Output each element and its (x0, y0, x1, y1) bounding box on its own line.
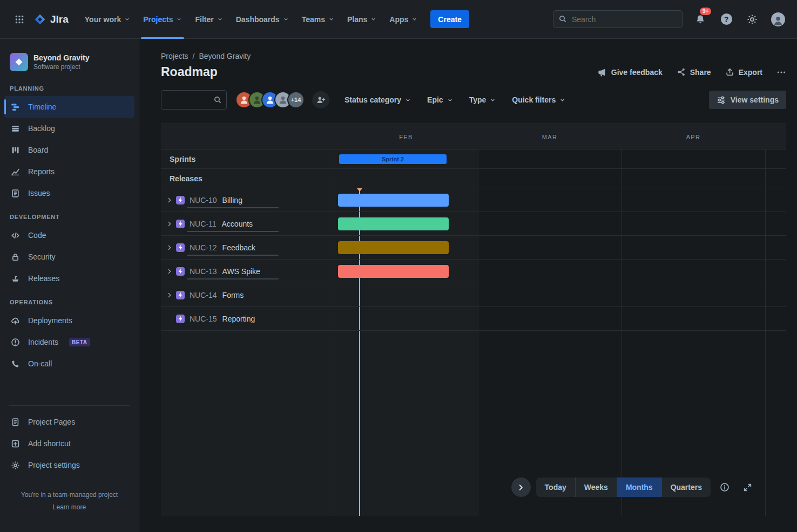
type-filter[interactable]: Type (469, 96, 496, 104)
scroll-right-button[interactable] (511, 478, 531, 497)
export-button[interactable]: Export (725, 67, 762, 77)
section-operations: OPERATIONS (0, 289, 139, 310)
sliders-icon (717, 96, 726, 105)
search-icon (558, 15, 567, 23)
create-button[interactable]: Create (430, 10, 469, 28)
nav-plans[interactable]: Plans (341, 0, 383, 39)
epic-icon (176, 196, 185, 204)
issue-key: NUC-13 (190, 267, 217, 276)
sidebar-item-on-call[interactable]: On-call (4, 353, 134, 374)
quick-filters[interactable]: Quick filters (512, 96, 565, 104)
chevron-right-icon (517, 483, 525, 492)
issue-name: Reporting (222, 315, 255, 323)
section-development: DEVELOPMENT (0, 204, 139, 224)
nav-your-work[interactable]: Your work (78, 0, 137, 39)
sidebar-item-reports[interactable]: Reports (4, 161, 134, 182)
sidebar-item-add-shortcut[interactable]: Add shortcut (4, 433, 134, 454)
alert-icon (10, 338, 21, 347)
avatar-overflow-count[interactable]: +14 (287, 91, 305, 108)
sidebar-item-project-pages[interactable]: Project Pages (4, 411, 134, 433)
lock-icon (10, 253, 21, 262)
chevron-down-icon (217, 16, 223, 22)
learn-more-link[interactable]: Learn more (0, 501, 139, 514)
expand-chevron-icon[interactable] (165, 196, 174, 204)
sprint-bar-label: Sprint 2 (382, 156, 404, 162)
sidebar-item-releases[interactable]: Releases (4, 268, 134, 289)
gear-icon (747, 14, 758, 25)
epic-bar[interactable] (338, 194, 449, 207)
board-icon (10, 146, 21, 155)
sidebar-item-board[interactable]: Board (4, 139, 134, 161)
chevron-down-icon (328, 16, 334, 22)
global-search-input[interactable] (553, 10, 683, 28)
epic-row[interactable]: NUC-15 Reporting (161, 307, 786, 331)
issue-key: NUC-10 (190, 196, 217, 204)
nav-projects[interactable]: Projects (137, 0, 188, 39)
issue-key: NUC-14 (190, 291, 217, 299)
epic-bar[interactable] (338, 265, 449, 278)
sidebar-item-backlog[interactable]: Backlog (4, 118, 134, 139)
expand-chevron-icon[interactable] (165, 267, 174, 276)
notification-badge: 9+ (700, 8, 711, 15)
zoom-months-button[interactable]: Months (617, 478, 661, 497)
sidebar-item-issues[interactable]: Issues (4, 182, 134, 204)
give-feedback-button[interactable]: Give feedback (597, 67, 663, 77)
epic-row[interactable]: NUC-12 Feedback (161, 236, 786, 260)
sidebar-item-project-settings[interactable]: Project settings (4, 454, 134, 476)
settings-button[interactable] (744, 11, 760, 28)
info-button[interactable] (716, 479, 733, 496)
sidebar-item-deployments[interactable]: Deployments (4, 310, 134, 331)
view-settings-button[interactable]: View settings (709, 91, 786, 109)
breadcrumb-projects[interactable]: Projects (161, 52, 188, 60)
sprint-bar[interactable]: Sprint 2 (339, 154, 447, 164)
epic-bar[interactable] (338, 217, 449, 230)
sidebar-item-incidents[interactable]: Incidents BETA (4, 331, 134, 353)
add-people-button[interactable] (312, 91, 329, 108)
backlog-icon (10, 124, 21, 133)
expand-chevron-icon[interactable] (165, 291, 174, 299)
zoom-today-button[interactable]: Today (536, 478, 575, 497)
app-switcher-button[interactable] (11, 11, 28, 28)
expand-chevron-icon[interactable] (165, 220, 174, 228)
top-navigation: Jira Your work Projects Filter Dashboard… (0, 0, 797, 39)
expand-chevron-icon[interactable] (165, 243, 174, 252)
chevron-down-icon (283, 16, 289, 22)
issue-name: Billing (222, 196, 242, 204)
epic-icon (176, 291, 185, 299)
sidebar-item-security[interactable]: Security (4, 246, 134, 268)
status-category-filter[interactable]: Status category (345, 96, 411, 104)
epic-bar[interactable] (338, 241, 449, 254)
epic-filter[interactable]: Epic (427, 96, 453, 104)
project-header[interactable]: Beyond Gravity Software project (0, 51, 139, 80)
sidebar-item-timeline[interactable]: Timeline (4, 96, 134, 118)
sidebar-item-code[interactable]: Code (4, 224, 134, 246)
project-name: Beyond Gravity (33, 53, 89, 63)
issues-icon (10, 189, 21, 198)
month-label-apr: APR (622, 124, 765, 149)
month-label-feb: FEB (334, 124, 478, 149)
help-button[interactable]: ? (718, 11, 734, 28)
notifications-button[interactable]: 9+ (692, 11, 708, 28)
nav-teams[interactable]: Teams (295, 0, 341, 39)
more-actions-button[interactable] (776, 67, 786, 77)
info-icon (720, 482, 730, 492)
nav-apps[interactable]: Apps (383, 0, 424, 39)
epic-row[interactable]: NUC-14 Forms (161, 283, 786, 307)
jira-logo[interactable]: Jira (33, 13, 69, 26)
question-icon: ? (721, 13, 732, 25)
epic-row[interactable]: NUC-13 AWS Spike (161, 260, 786, 283)
chevron-down-icon (405, 97, 411, 103)
epic-row[interactable]: NUC-10 Billing (161, 188, 786, 212)
epic-icon (176, 267, 185, 276)
topnav-right: 9+ ? (553, 10, 786, 28)
epic-row[interactable]: NUC-11 Accounts (161, 212, 786, 236)
profile-button[interactable] (770, 11, 786, 28)
nav-dashboards[interactable]: Dashboards (229, 0, 295, 39)
zoom-weeks-button[interactable]: Weeks (575, 478, 617, 497)
fullscreen-button[interactable] (739, 479, 756, 496)
nav-filter[interactable]: Filter (188, 0, 229, 39)
chevron-down-icon (411, 16, 417, 22)
breadcrumb-project-name[interactable]: Beyond Gravity (199, 52, 251, 60)
zoom-quarters-button[interactable]: Quarters (661, 478, 711, 497)
share-button[interactable]: Share (677, 67, 711, 77)
